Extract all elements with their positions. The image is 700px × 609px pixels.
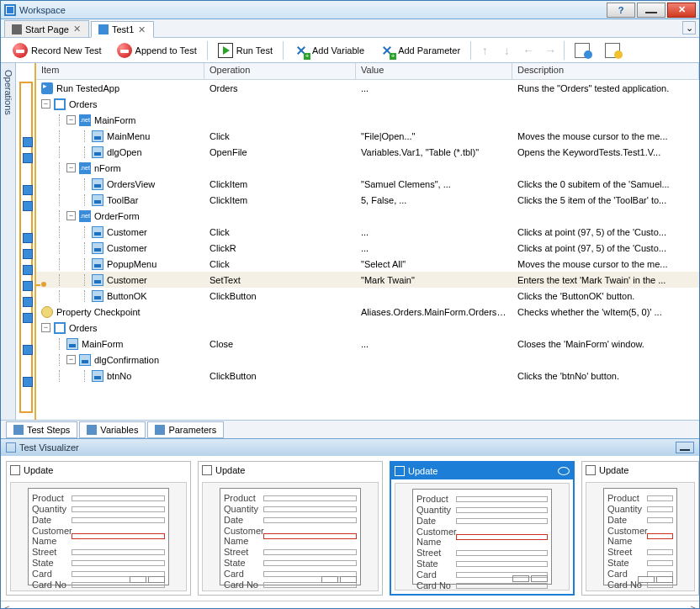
description-cell: Moves the mouse cursor to the me... <box>512 131 699 141</box>
grid-row[interactable]: −Orders <box>36 96 699 112</box>
chk-icon <box>41 306 53 318</box>
test-steps-grid[interactable]: Item Operation Value Description Run Tes… <box>36 63 699 420</box>
expand-toggle[interactable]: − <box>41 323 50 332</box>
page-yellow-button[interactable] <box>600 40 625 61</box>
button-label: Append to Test <box>135 45 197 56</box>
tab-variables[interactable]: Variables <box>79 421 146 438</box>
item-label: Run TestedApp <box>56 83 119 93</box>
grid-row[interactable]: −Orders <box>36 320 699 336</box>
page-blue-button[interactable] <box>570 40 595 61</box>
tab-start-page[interactable]: Start Page ✕ <box>4 20 89 37</box>
grid-row[interactable]: Property CheckpointAliases.Orders.MainFo… <box>36 304 699 320</box>
visualizer-marker-icon <box>23 265 33 275</box>
help-button[interactable]: ? <box>607 3 635 18</box>
grid-row[interactable]: CustomerSetText"Mark Twain"Enters the te… <box>36 272 699 288</box>
main-area: Operations Item Operation Value Descript… <box>1 63 699 420</box>
grid-row[interactable]: Run TestedAppOrders...Runs the "Orders" … <box>36 80 699 96</box>
description-cell: Clicks the 0 subitem of the 'Samuel... <box>512 179 699 189</box>
visualizer-thumbnail[interactable]: UpdateProductQuantityDateCustomer NameSt… <box>198 461 383 596</box>
visualizer-thumbnail[interactable]: UpdateProductQuantityDateCustomer NameSt… <box>6 461 191 596</box>
description-cell: Clicks the 'btnNo' button. <box>512 371 699 381</box>
net-icon <box>79 114 91 126</box>
indent-button[interactable]: → <box>542 42 559 59</box>
proc-icon <box>54 322 66 334</box>
value-cell: Variables.Var1, "Table (*.tbl)" <box>356 147 512 157</box>
column-header-operation[interactable]: Operation <box>204 63 356 79</box>
column-header-value[interactable]: Value <box>356 63 512 79</box>
checkbox[interactable] <box>586 465 596 475</box>
checkbox[interactable] <box>395 466 405 476</box>
grid-row[interactable]: PopupMenuClick"Select All"Moves the mous… <box>36 256 699 272</box>
thumbnail-image: ProductQuantityDateCustomer NameStreetSt… <box>202 482 379 591</box>
net-icon <box>79 162 91 174</box>
run-test-button[interactable]: Run Test <box>213 40 278 61</box>
scroll-left-icon[interactable]: < <box>4 603 9 610</box>
grid-row[interactable]: MainFormClose...Closes the 'MainForm' wi… <box>36 336 699 352</box>
visualizer-marker-icon <box>23 345 33 355</box>
expand-toggle[interactable]: − <box>66 115 76 124</box>
highlight-bracket <box>19 82 33 413</box>
tab-test1[interactable]: Test1 ✕ <box>91 21 154 38</box>
expand-toggle[interactable]: − <box>66 211 76 220</box>
grid-row[interactable]: ButtonOKClickButtonClicks the 'ButtonOK'… <box>36 288 699 304</box>
close-icon[interactable]: ✕ <box>72 24 82 34</box>
minimize-panel-button[interactable] <box>676 442 694 453</box>
expand-toggle[interactable]: − <box>66 355 76 364</box>
grid-row[interactable]: −dlgConfirmation <box>36 352 699 368</box>
move-down-button[interactable]: ↓ <box>498 42 515 59</box>
expand-toggle[interactable]: − <box>41 99 50 109</box>
grid-row[interactable]: ToolBarClickItem5, False, ...Clicks the … <box>36 192 699 208</box>
item-label: dlgConfirmation <box>94 355 159 365</box>
outdent-button[interactable]: ← <box>520 42 537 59</box>
column-header-description[interactable]: Description <box>512 63 699 79</box>
minimize-button[interactable] <box>637 3 666 18</box>
operation-cell: ClickItem <box>204 195 356 205</box>
visualizer-scrollbar[interactable]: < > <box>1 601 699 609</box>
checkbox[interactable] <box>202 465 212 475</box>
visualizer-marker-icon <box>23 137 33 147</box>
item-label: ButtonOK <box>107 291 147 301</box>
operation-cell: OpenFile <box>204 147 356 157</box>
visualizer-thumbnail[interactable]: UpdateProductQuantityDateCustomer NameSt… <box>581 461 699 596</box>
move-up-button[interactable]: ↑ <box>476 42 493 59</box>
page-icon <box>605 43 620 58</box>
expand-toggle[interactable]: − <box>66 163 76 172</box>
tab-test-steps[interactable]: Test Steps <box>6 421 77 438</box>
close-button[interactable]: ✕ <box>667 3 696 18</box>
add-variable-button[interactable]: + Add Variable <box>289 40 369 61</box>
grid-row[interactable]: −nForm <box>36 160 699 176</box>
item-label: PopupMenu <box>107 259 156 269</box>
button-label: Record New Test <box>31 45 102 56</box>
scroll-right-icon[interactable]: > <box>691 603 696 610</box>
checkbox[interactable] <box>10 465 20 475</box>
item-label: OrderForm <box>94 211 140 221</box>
grid-row[interactable]: dlgOpenOpenFileVariables.Var1, "Table (*… <box>36 144 699 160</box>
parameter-icon: + <box>379 43 395 58</box>
item-label: Orders <box>69 323 98 333</box>
grid-row[interactable]: −OrderForm <box>36 208 699 224</box>
act-icon <box>92 274 103 286</box>
close-icon[interactable]: ✕ <box>137 25 146 34</box>
add-parameter-button[interactable]: + Add Parameter <box>374 40 465 61</box>
visualizer-thumbnail[interactable]: UpdateProductQuantityDateCustomer NameSt… <box>390 461 575 596</box>
grid-row[interactable]: CustomerClick...Clicks at point (97, 5) … <box>36 224 699 240</box>
operations-label: Operations <box>3 70 13 115</box>
record-icon <box>13 43 28 58</box>
grid-row[interactable]: CustomerClickR...Clicks at point (97, 5)… <box>36 240 699 256</box>
append-to-test-button[interactable]: Append to Test <box>112 40 202 61</box>
grid-row[interactable]: OrdersViewClickItem"Samuel Clemens", ...… <box>36 176 699 192</box>
grid-row[interactable]: btnNoClickButtonClicks the 'btnNo' butto… <box>36 368 699 384</box>
column-header-item[interactable]: Item <box>36 63 204 79</box>
operations-panel-collapsed[interactable]: Operations <box>1 63 16 420</box>
tab-parameters[interactable]: Parameters <box>147 421 224 438</box>
record-new-test-button[interactable]: Record New Test <box>8 40 107 61</box>
bottom-tabs: Test Steps Variables Parameters <box>1 420 699 438</box>
visualizer-title: Test Visualizer <box>19 442 79 453</box>
chevron-down-icon[interactable]: ⌄ <box>682 21 696 34</box>
separator <box>470 41 471 60</box>
visualizer-marker-icon <box>23 249 33 259</box>
grid-row[interactable]: MainMenuClick"File|Open..."Moves the mou… <box>36 128 699 144</box>
value-cell: Aliases.Orders.MainForm.OrdersVi... <box>356 307 512 317</box>
grid-row[interactable]: −MainForm <box>36 112 699 128</box>
operation-cell: ClickButton <box>204 291 356 301</box>
